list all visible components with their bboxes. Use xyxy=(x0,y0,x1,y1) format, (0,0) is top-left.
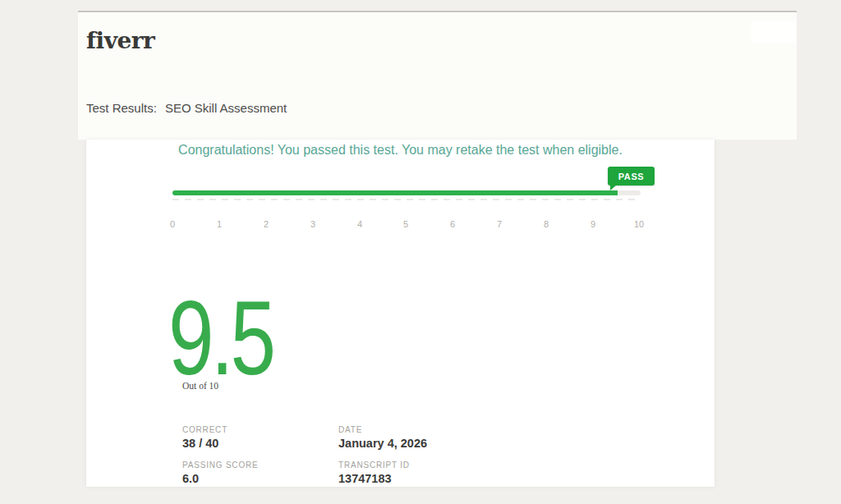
scale-tick-3: 3 xyxy=(292,219,333,229)
detail-correct: CORRECT 38 / 40 xyxy=(182,425,338,450)
detail-passing-score: PASSING SCORE 6.0 xyxy=(182,460,338,485)
detail-value: 13747183 xyxy=(338,472,552,485)
result-details: CORRECT 38 / 40 DATE January 4, 2026 PAS… xyxy=(182,425,552,485)
detail-transcript-id: TRANSCRIPT ID 13747183 xyxy=(338,460,552,485)
fiverr-logo[interactable]: fiverr xyxy=(86,27,154,54)
scale-tick-10: 10 xyxy=(618,219,659,229)
detail-label: TRANSCRIPT ID xyxy=(338,460,552,470)
detail-value: 6.0 xyxy=(182,472,338,485)
score-bar-fill xyxy=(172,190,618,195)
scale-ruler xyxy=(172,199,641,200)
detail-value: 38 / 40 xyxy=(182,437,338,450)
scale-tick-2: 2 xyxy=(246,219,287,229)
detail-label: PASSING SCORE xyxy=(182,460,338,470)
scale-tick-7: 7 xyxy=(479,219,520,229)
scale-tick-4: 4 xyxy=(339,219,380,229)
blurred-header-chip xyxy=(751,21,797,43)
page-title-prefix: Test Results: xyxy=(86,101,157,115)
pass-status-badge: PASS xyxy=(608,167,655,186)
detail-label: DATE xyxy=(338,425,552,434)
scale-tick-0: 0 xyxy=(152,219,193,229)
scale-tick-5: 5 xyxy=(385,219,426,229)
score-bar-track xyxy=(172,190,641,195)
scale-tick-9: 9 xyxy=(572,219,614,229)
scale-tick-1: 1 xyxy=(199,219,240,229)
test-name: SEO Skill Assessment xyxy=(165,101,287,115)
test-result-card: Congratulations! You passed this test. Y… xyxy=(86,140,715,487)
scale-tick-6: 6 xyxy=(432,219,473,229)
congrats-message: Congratulations! You passed this test. Y… xyxy=(86,143,715,158)
scale-tick-8: 8 xyxy=(526,219,567,229)
page-title: Test Results:SEO Skill Assessment xyxy=(86,101,287,115)
detail-value: January 4, 2026 xyxy=(338,437,552,450)
detail-date: DATE January 4, 2026 xyxy=(338,425,552,450)
score-value: 9.5 xyxy=(168,286,273,391)
detail-label: CORRECT xyxy=(182,425,338,434)
score-out-of-label: Out of 10 xyxy=(182,381,218,391)
page-header: fiverr Test Results:SEO Skill Assessment xyxy=(78,12,797,140)
